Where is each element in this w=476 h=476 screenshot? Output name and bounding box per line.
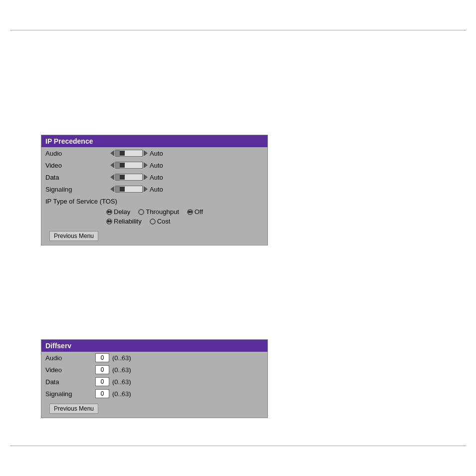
diffserv-title: Diffserv xyxy=(41,340,267,352)
diffserv-panel: Diffserv Audio (0..63) Video (0..63) Dat… xyxy=(41,339,268,418)
data-label: Data xyxy=(45,174,110,181)
signaling-label: Signaling xyxy=(45,186,110,193)
data-slider-thumb xyxy=(120,175,125,180)
tos-throughput-option[interactable]: Throughput xyxy=(138,208,179,216)
signaling-arrow-left-icon[interactable] xyxy=(110,186,114,192)
video-arrow-left-icon[interactable] xyxy=(110,162,114,168)
signaling-value: Auto xyxy=(150,186,163,193)
video-value: Auto xyxy=(150,162,163,169)
tos-options-row1: Delay Throughput Off xyxy=(41,207,267,217)
data-value: Auto xyxy=(150,174,163,181)
data-row: Data Auto xyxy=(41,171,267,183)
diff-data-row: Data (0..63) xyxy=(41,376,267,388)
ip-precedence-panel: IP Precedence Audio Auto Video xyxy=(41,135,268,245)
diff-data-input[interactable] xyxy=(95,377,109,386)
tos-reliability-label: Reliability xyxy=(114,218,142,225)
tos-cost-label: Cost xyxy=(157,218,171,225)
diff-video-label: Video xyxy=(45,366,95,374)
signaling-slider-thumb xyxy=(120,187,125,192)
audio-slider-track[interactable] xyxy=(115,150,143,157)
diff-audio-range: (0..63) xyxy=(112,354,131,362)
ip-prev-menu-container: Previous Menu xyxy=(41,227,267,245)
diff-prev-menu-container: Previous Menu xyxy=(41,400,267,418)
tos-throughput-radio[interactable] xyxy=(138,209,144,215)
diff-signaling-input[interactable] xyxy=(95,389,109,398)
diff-signaling-row: Signaling (0..63) xyxy=(41,388,267,400)
tos-reliability-option[interactable]: Reliability xyxy=(106,218,142,225)
ip-previous-menu-button[interactable]: Previous Menu xyxy=(49,231,98,241)
data-arrow-left-icon[interactable] xyxy=(110,174,114,180)
signaling-slider-track[interactable] xyxy=(115,186,143,193)
diff-audio-input[interactable] xyxy=(95,353,109,362)
tos-delay-option[interactable]: Delay xyxy=(106,208,130,216)
diff-data-range: (0..63) xyxy=(112,378,131,386)
tos-off-label: Off xyxy=(195,208,203,216)
diff-video-range: (0..63) xyxy=(112,366,131,374)
tos-cost-radio[interactable] xyxy=(150,219,156,225)
audio-arrow-right-icon[interactable] xyxy=(144,150,148,156)
tos-throughput-label: Throughput xyxy=(146,208,179,216)
diff-video-row: Video (0..63) xyxy=(41,364,267,376)
video-row: Video Auto xyxy=(41,159,267,171)
diff-audio-row: Audio (0..63) xyxy=(41,352,267,364)
diffserv-body: Audio (0..63) Video (0..63) Data (0..63)… xyxy=(41,352,267,418)
signaling-arrow-right-icon[interactable] xyxy=(144,186,148,192)
tos-reliability-radio[interactable] xyxy=(106,219,112,225)
audio-row: Audio Auto xyxy=(41,147,267,159)
tos-options-row2: Reliability Cost xyxy=(41,217,267,227)
video-slider-track[interactable] xyxy=(115,162,143,169)
top-divider xyxy=(10,30,466,30)
ip-precedence-title: IP Precedence xyxy=(41,135,267,147)
tos-delay-label: Delay xyxy=(114,208,130,216)
diff-signaling-range: (0..63) xyxy=(112,390,131,398)
diff-signaling-label: Signaling xyxy=(45,390,95,398)
diff-video-input[interactable] xyxy=(95,365,109,374)
tos-off-radio[interactable] xyxy=(187,209,193,215)
diff-audio-label: Audio xyxy=(45,354,95,362)
ip-precedence-body: Audio Auto Video Auto xyxy=(41,147,267,245)
video-slider-thumb xyxy=(120,163,125,168)
audio-slider[interactable] xyxy=(110,150,148,157)
audio-slider-thumb xyxy=(120,151,125,156)
video-label: Video xyxy=(45,162,110,169)
tos-delay-radio[interactable] xyxy=(106,209,112,215)
data-slider[interactable] xyxy=(110,174,148,181)
signaling-slider[interactable] xyxy=(110,186,148,193)
video-slider[interactable] xyxy=(110,162,148,169)
signaling-row: Signaling Auto xyxy=(41,183,267,195)
video-arrow-right-icon[interactable] xyxy=(144,162,148,168)
diff-data-label: Data xyxy=(45,378,95,386)
audio-arrow-left-icon[interactable] xyxy=(110,150,114,156)
data-slider-track[interactable] xyxy=(115,174,143,181)
audio-label: Audio xyxy=(45,150,110,157)
tos-cost-option[interactable]: Cost xyxy=(150,218,171,225)
tos-off-option[interactable]: Off xyxy=(187,208,203,216)
data-arrow-right-icon[interactable] xyxy=(144,174,148,180)
bottom-divider xyxy=(10,446,466,446)
diff-previous-menu-button[interactable]: Previous Menu xyxy=(49,404,98,414)
tos-label: IP Type of Service (TOS) xyxy=(45,198,117,205)
tos-label-row: IP Type of Service (TOS) xyxy=(41,195,267,207)
audio-value: Auto xyxy=(150,150,163,157)
